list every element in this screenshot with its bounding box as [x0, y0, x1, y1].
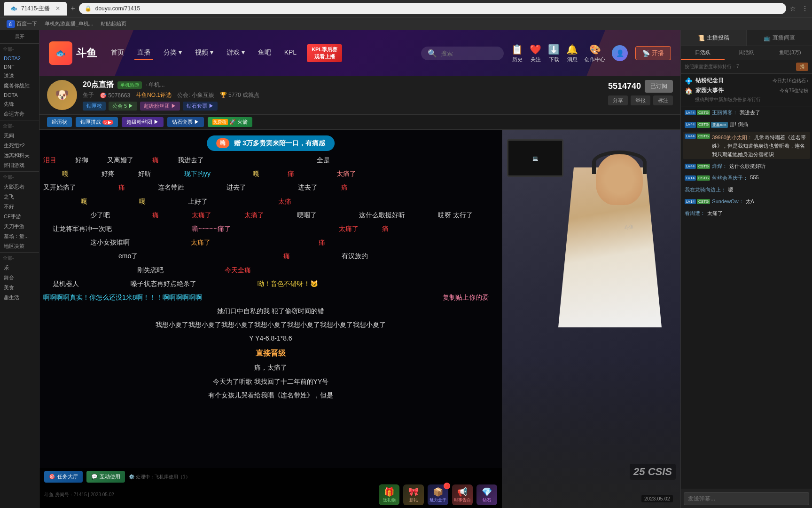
gift-btn-1[interactable]: 🎁 送礼物 — [379, 484, 399, 505]
gift-btn-2[interactable]: 🎀 新礼 — [403, 484, 424, 505]
sidebar-item-muzang[interactable]: 墓场：量... — [0, 231, 39, 241]
toolbar-baidu[interactable]: 百 百度一下 — [4, 19, 40, 29]
gift-btn-5[interactable]: 💎 钻石 — [476, 484, 497, 505]
filter-bar: 按照家室密度等排持行：7 捐 — [681, 60, 812, 74]
kpl-badge[interactable]: KPL季后赛 观看上播 — [307, 44, 342, 62]
gift-btn-3[interactable]: 🔴 📦 魅力盒子 — [428, 484, 448, 505]
nav-kpl[interactable]: KPL — [281, 47, 299, 60]
sidebar-item-le[interactable]: 乐 — [0, 263, 39, 273]
content-area: 🐟 斗鱼 首页 直播 分类 ▾ 视频 ▾ 游戏 ▾ 鱼吧 KPL KPL季后赛 … — [39, 30, 680, 508]
nav-home[interactable]: 首页 — [108, 47, 127, 60]
toolbar-item3[interactable]: 粘贴起始页 — [98, 19, 129, 28]
btn-chaoji[interactable]: 超级粉丝团 ▶ — [122, 117, 164, 127]
sidebar-item-huaijiu[interactable]: 怀旧游戏 — [0, 160, 39, 170]
subtab-yuba[interactable]: 鱼吧(3万) — [768, 46, 812, 60]
sidebar-item-send[interactable]: 送送 — [0, 71, 39, 81]
timestamp-overlay: 2023.05.02 — [641, 495, 673, 502]
stream-category[interactable]: · 单机... — [146, 81, 165, 89]
tab-live-room[interactable]: 📺 直播间查 — [747, 30, 812, 46]
sidebar-item-wutai[interactable]: 舞台 — [0, 273, 39, 283]
history-icon-btn[interactable]: 📋 历史 — [511, 44, 523, 63]
chat-overlay: 泪目 好御 又离婚了 痛 我进去了 全是 嘎 好疼 好听 现下的yy 嘎 痛 — [43, 153, 498, 466]
chat-input-area — [681, 489, 812, 508]
stream-header: 🐶 20点直播 单机热游 · 单机... 鱼子 🎯 5076663 斗鱼NO.1… — [39, 76, 680, 115]
nav-yuba[interactable]: 鱼吧 — [255, 47, 274, 60]
sidebar-item-wujian[interactable]: 无间 — [0, 131, 39, 141]
tab-streamer-post[interactable]: 📜 主播投稿 — [681, 30, 747, 46]
sidebar-item-qushenghuo[interactable]: 趣生活 — [0, 293, 39, 302]
subtab-weekly[interactable]: 周活跃 — [725, 46, 768, 60]
open-stream-btn[interactable]: 📡 开播 — [635, 46, 671, 60]
url-text: douyu.com/71415 — [95, 5, 140, 12]
btn-free[interactable]: 免费领: 🚀 火箭 — [208, 117, 253, 127]
search-input[interactable] — [441, 50, 497, 57]
diamond-icon: 💠 — [685, 77, 693, 85]
mark-btn[interactable]: 标注 — [653, 95, 673, 105]
toolbar: 百 百度一下 单机热游直播_单机... 粘贴起始页 — [0, 17, 812, 30]
btn-jingji[interactable]: 经历状 — [47, 117, 72, 127]
chat-item-1: LV44 CSTG 王丽博客： 我进去了 — [683, 108, 810, 117]
main-layout: 展开 全部- DOTA2 DNF 送送 魔兽你战胜 DOTA 先锋 命运方舟 全… — [0, 30, 812, 508]
btn-gongcheng[interactable]: 钻匣拼战5 ▶ — [76, 117, 118, 127]
gift-icons: 🎁 送礼物 🎀 新礼 🔴 📦 魅力盒子 — [379, 484, 497, 505]
download-icon-btn[interactable]: ⬇️ 下载 — [548, 44, 560, 63]
sidebar-item-huoying[interactable]: 火影忍者 — [0, 182, 39, 192]
nav-live[interactable]: 直播 — [134, 47, 153, 60]
new-tab-btn[interactable]: + — [70, 4, 75, 13]
chat-item-4: LV44 CSTG 烊焊： 这什么歌挺好听 — [683, 162, 810, 171]
sidebar-item-yuanli[interactable]: 远离和科夫 — [0, 151, 39, 160]
sidebar-item-meishi[interactable]: 美食 — [0, 283, 39, 293]
sidebar-item-dota2[interactable]: DOTA2 — [0, 54, 39, 63]
browser-star[interactable]: ☆ — [790, 5, 796, 12]
user-avatar[interactable]: 👤 — [612, 45, 628, 61]
sidebar-item-bugood[interactable]: 不好 — [0, 202, 39, 212]
share-btn[interactable]: 分享 — [608, 95, 628, 105]
sidebar-item-sz2[interactable]: 生死组z2 — [0, 141, 39, 151]
follow-icon-btn[interactable]: ❤️ 关注 — [530, 44, 541, 63]
family-title: 家园大事件 — [695, 87, 724, 95]
sidebar-item-diqu[interactable]: 地区决策 — [0, 241, 39, 251]
tag-super-fans[interactable]: 超级粉丝团 ▶ — [140, 102, 180, 111]
donate-btn[interactable]: 捐 — [796, 63, 808, 71]
interact-btn[interactable]: 💬互动使用 — [86, 471, 125, 483]
creator-icon-btn[interactable]: 🎨 创作中心 — [585, 44, 605, 63]
message-icon-btn[interactable]: 🔔 消息 — [566, 44, 578, 63]
tab-close[interactable]: ✕ — [55, 5, 60, 12]
browser-menu[interactable]: ⋮ — [802, 5, 808, 12]
header-search[interactable]: 🔍 — [421, 47, 504, 60]
sidebar-item-mo[interactable]: 魔兽你战胜 — [0, 81, 39, 91]
sidebar-open-btn[interactable]: 展开 — [2, 32, 37, 41]
nav-category[interactable]: 分类 ▾ — [161, 47, 185, 60]
sidebar-item-dnf[interactable]: DNF — [0, 63, 39, 71]
tab-title: 71415-主播 — [21, 5, 50, 13]
diamond-section: 💠 钻粉纪念日 今日共16位钻石 › 🏠 家园大事件 今有76位钻粉 投稿列举中… — [681, 74, 812, 106]
sidebar-item-destiny[interactable]: 命运方舟 — [0, 109, 39, 119]
follow-btn[interactable]: 已订阅 — [645, 80, 673, 93]
task-hall-btn[interactable]: 🎯任务大厅 — [44, 471, 83, 483]
diamond-title: 钻粉纪念日 — [695, 77, 724, 85]
webcam-area: 💻 斗鱼 2023.05.02 25 CSIS — [502, 130, 680, 508]
sidebar-item-pioneer[interactable]: 先锋 — [0, 99, 39, 109]
sidebar-section-label-1: 全部- — [0, 45, 39, 54]
gift-btn-4[interactable]: 📢 时事告白 — [452, 484, 473, 505]
douyu-logo[interactable]: 🐟 斗鱼 — [49, 41, 97, 65]
sidebar-item-cf[interactable]: CF手游 — [0, 212, 39, 222]
report-btn[interactable]: 举报 — [631, 95, 650, 105]
tag-diamond[interactable]: 钻石套票 ▶ — [183, 102, 218, 111]
header-icons: 📋 历史 ❤️ 关注 ⬇️ 下载 🔔 消息 🎨 创作中心 — [511, 44, 628, 63]
chat-input[interactable] — [684, 492, 809, 505]
chat-item-3: LV44 CSTG 39960的小太阳： 儿常奇特唱着《连名带姓》，但是我知道他… — [683, 132, 810, 159]
tag-status[interactable]: 钻匣校 — [83, 102, 106, 111]
tag-fans[interactable]: 公会 5 ▶ — [109, 102, 137, 111]
browser-tab-active[interactable]: 🐟 71415-主播 ✕ — [4, 2, 67, 16]
nav-video[interactable]: 视频 ▾ — [192, 47, 216, 60]
toolbar-item2[interactable]: 单机热游直播_单机... — [42, 19, 96, 28]
sidebar-item-dota[interactable]: DOTA — [0, 91, 39, 99]
btn-zuanshi[interactable]: 钻石套票 ▶ — [167, 117, 204, 127]
chat-item-6: 我在龙骑向边上： 嗯 — [683, 185, 810, 194]
sidebar-item-zhifei[interactable]: 之飞 — [0, 192, 39, 202]
sidebar-item-tiandao[interactable]: 天刀手游 — [0, 222, 39, 231]
address-bar[interactable]: 🔒 douyu.com/71415 — [79, 3, 786, 14]
subtab-daily[interactable]: 日活跃 — [681, 46, 725, 60]
nav-game[interactable]: 游戏 ▾ — [224, 47, 248, 60]
